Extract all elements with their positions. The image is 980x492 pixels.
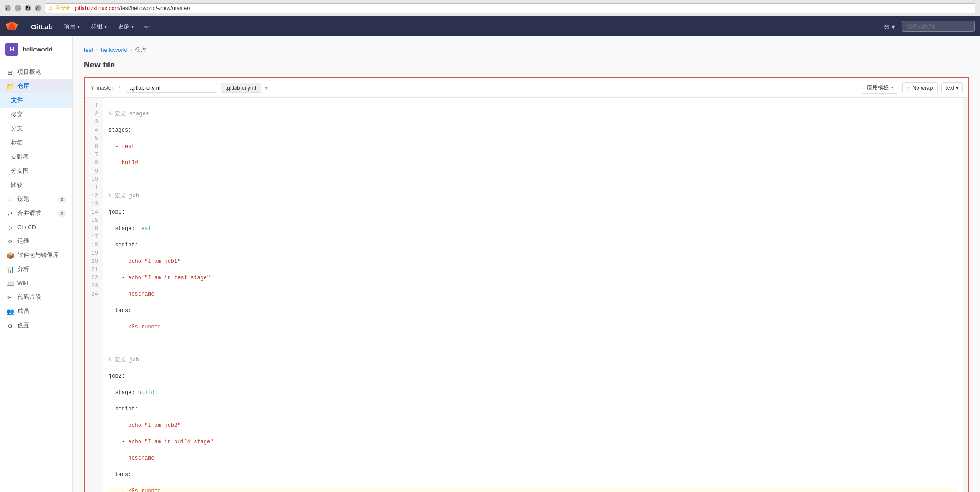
sidebar-item-snippets[interactable]: ✂ 代码片段 [0,290,72,304]
code-line: tags: [108,471,957,479]
code-content[interactable]: # 定义 stages stages: - test - build # 定义 … [103,98,963,492]
line-numbers: 12345 678910 1112131415 1617181920 21222… [85,98,103,492]
overview-icon: ⊞ [6,69,14,76]
template-label: 应用模板 [867,84,889,92]
branch-indicator: Y master [90,84,113,91]
sidebar-item-label: 比较 [11,181,23,189]
code-line [108,175,957,184]
merge-icon: ⇄ [6,210,14,217]
sidebar-item-packages[interactable]: 📦 软件包与镜像库 [0,248,72,262]
breadcrumb-current: 仓库 [135,46,147,54]
snippets-icon: ✂ [6,294,14,301]
path-separator: / [119,84,120,91]
code-line [108,339,957,348]
reload-button[interactable]: ↻ [25,5,31,11]
code-editor-area[interactable]: 12345 678910 1112131415 1617181920 21222… [85,98,968,492]
sidebar-item-contributors[interactable]: 贡献者 [0,150,72,164]
page-title: New file [84,60,969,70]
security-warning-icon: ⚠ [49,5,53,11]
nowrap-label: No wrap [913,85,933,91]
top-navigation: GitLab 项目 ▾ 群组 ▾ 更多 ▾ ✏ ⊕ ▾ [0,16,980,36]
groups-caret-icon: ▾ [104,24,107,29]
plus-button[interactable]: ⊕ ▾ [881,20,898,33]
sidebar-item-files[interactable]: 文件 [0,93,72,108]
nowrap-button[interactable]: ≡ No wrap [902,82,938,93]
sidebar-item-label: 提交 [11,111,23,118]
sidebar-item-issues[interactable]: ○ 议题 0 [0,192,72,206]
address-bar[interactable]: ⚠ 不安全 gitlab.lzxlinux.com/test/helloworl… [45,3,975,13]
sidebar-item-branches[interactable]: 分支 [0,122,72,136]
sidebar-item-label: 文件 [11,97,23,104]
sidebar-item-label: 议题 [17,195,29,203]
issues-icon: ○ [6,196,14,203]
sidebar-item-settings[interactable]: ⚙ 设置 [0,318,72,333]
breadcrumb-test[interactable]: test [84,46,93,53]
branch-name: master [97,85,113,91]
security-warning-text: 不安全 [55,5,70,11]
editor-scrollbar[interactable] [963,98,968,492]
back-button[interactable]: ← [5,5,11,11]
sidebar-item-label: 标签 [11,139,23,147]
sidebar-item-repo[interactable]: 📁 仓库 [0,79,72,93]
browser-chrome: ← → ↻ ⌂ ⚠ 不安全 gitlab.lzxlinux.com/test/h… [0,0,980,16]
sidebar-item-label: CI / CD [17,224,36,231]
filename-badge: .gitlab-ci.yml [221,83,261,93]
sidebar-item-label: 代码片段 [17,293,41,301]
sidebar-item-label: 分析 [17,266,29,273]
search-input[interactable] [902,21,975,32]
sidebar-item-merge-requests[interactable]: ⇄ 合并请求 0 [0,206,72,220]
sidebar-item-analytics[interactable]: 📊 分析 [0,262,72,277]
sidebar-item-wiki[interactable]: 📖 Wiki [0,277,72,290]
sidebar-item-compare[interactable]: 比较 [0,178,72,192]
sidebar-item-label: 项目概览 [17,68,41,76]
sidebar-item-commits[interactable]: 提交 [0,108,72,122]
template-caret-icon: ▾ [891,85,893,90]
code-line: job2: [108,372,957,380]
code-line: stage: test [108,225,957,233]
breadcrumb-helloworld[interactable]: helloworld [101,46,128,53]
text-caret-icon: ▾ [956,85,959,91]
filename-input[interactable] [126,83,217,93]
code-line: - k8s-runner [108,323,957,331]
address-highlight: gitlab.lzxlinux.com [75,5,119,11]
members-icon: 👥 [6,308,14,315]
cicd-icon: ▷ [6,224,14,231]
sidebar-item-graph[interactable]: 分支图 [0,164,72,178]
issues-badge: 0 [58,196,66,203]
text-select[interactable]: text ▾ [941,82,963,93]
gitlab-logo[interactable] [5,20,18,33]
nav-pencil[interactable]: ✏ [139,16,155,36]
code-line: tags: [108,307,957,315]
pencil-icon: ✏ [144,23,150,30]
code-line: # 定义 job [108,192,957,200]
forward-button[interactable]: → [15,5,21,11]
sidebar-item-tags[interactable]: 标签 [0,136,72,150]
home-button[interactable]: ⌂ [35,5,41,11]
sidebar-item-label: 分支图 [11,167,29,175]
code-line: job1: [108,208,957,216]
sidebar-item-cicd[interactable]: ▷ CI / CD [0,220,72,234]
code-line: # 定义 stages [108,110,957,118]
sidebar-project[interactable]: H helloworld [0,36,72,62]
main-content: test › helloworld › 仓库 New file Y master… [73,36,980,492]
projects-caret-icon: ▾ [77,24,80,29]
code-line: - k8s-runner [108,487,957,492]
wiki-icon: 📖 [6,280,14,287]
sidebar-item-overview[interactable]: ⊞ 项目概览 [0,65,72,79]
template-dropdown[interactable]: 应用模板 ▾ [862,82,898,94]
repo-icon: 📁 [6,83,14,90]
avatar: H [5,43,18,56]
code-line: - build [108,159,957,167]
more-caret-icon: ▾ [131,24,134,29]
code-line: - echo "I am job2" [108,421,957,430]
code-line: - hostname [108,454,957,462]
text-label: text [945,85,954,91]
dropdown-arrow: ▾ [265,84,268,91]
ops-icon: ⚙ [6,238,14,245]
nav-groups[interactable]: 群组 ▾ [85,16,112,36]
sidebar-item-operations[interactable]: ⚙ 运维 [0,234,72,248]
sidebar-item-members[interactable]: 👥 成员 [0,304,72,318]
sidebar-item-label: 运维 [17,237,29,245]
nav-projects[interactable]: 项目 ▾ [58,16,85,36]
nav-more[interactable]: 更多 ▾ [112,16,139,36]
